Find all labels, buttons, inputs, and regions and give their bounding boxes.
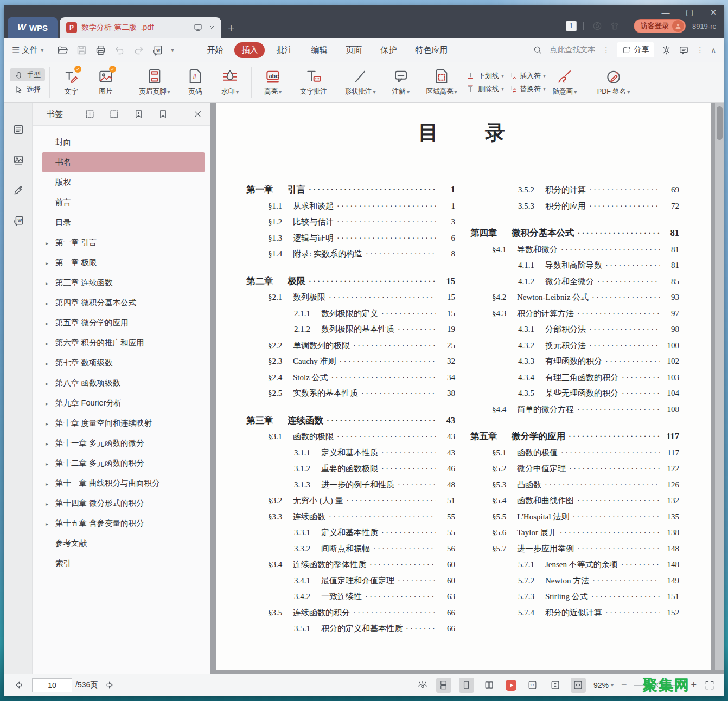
vertical-scrollbar[interactable] [715, 103, 724, 670]
menu-tab[interactable]: 开始 [200, 42, 230, 58]
page-number-button[interactable]: # 页码 [178, 66, 212, 99]
bookmark-item[interactable]: ▸第五章 微分学的应用 [42, 313, 205, 333]
header-footer-button[interactable]: 页眉页脚▾ [132, 66, 177, 99]
menu-tab[interactable]: 页面 [339, 42, 369, 58]
docer-plugin-icon[interactable] [592, 21, 603, 31]
fit-width-toggle[interactable] [571, 678, 586, 693]
menu-tab[interactable]: 特色应用 [408, 42, 455, 58]
bookmark-item[interactable]: ▸第十二章 多元函数的积分 [42, 453, 205, 473]
convert-to-word-icon[interactable]: W [152, 44, 163, 56]
single-page-toggle[interactable] [459, 678, 474, 693]
more-options-icon[interactable]: ⋮ [696, 46, 704, 54]
expander-icon[interactable]: ▸ [46, 480, 48, 486]
text-comment-button[interactable]: 文字批注 [291, 66, 336, 99]
bookmark-item[interactable]: ▸第六章 积分的推广和应用 [42, 333, 205, 353]
close-window-button[interactable]: ✕ [708, 8, 718, 17]
wps-home-tab[interactable]: W WPS [8, 17, 58, 38]
menu-tab[interactable]: 编辑 [304, 42, 334, 58]
menu-tab[interactable]: 批注 [269, 42, 299, 58]
bookmark-item[interactable]: ▸第十一章 多元函数的微分 [42, 433, 205, 453]
free-draw-button[interactable]: 随意画▾ [548, 66, 582, 99]
bookmark-item[interactable]: ▸第四章 微积分基本公式 [42, 293, 205, 313]
new-tab-button[interactable]: + [228, 22, 234, 38]
expander-icon[interactable]: ▸ [46, 300, 48, 306]
area-highlight-button[interactable]: 区域高亮▾ [419, 66, 464, 99]
continuous-scroll-toggle[interactable] [436, 678, 451, 693]
expander-icon[interactable]: ▸ [46, 340, 48, 346]
tab-count-badge[interactable]: 1 [566, 21, 577, 31]
highlight-button[interactable]: abc 高亮▾ [256, 66, 290, 99]
file-menu[interactable]: ☰ 文件 ▾ [12, 45, 43, 55]
skin-theme-icon[interactable] [609, 21, 620, 31]
thumbnail-panel-icon[interactable] [12, 154, 24, 166]
select-tool-button[interactable]: 选择 [10, 83, 45, 96]
bookmark-item[interactable]: 索引 [42, 554, 205, 574]
annotation-pen-icon[interactable] [12, 184, 24, 196]
prev-page-icon[interactable] [13, 679, 24, 691]
guest-login-button[interactable]: 访客登录 [634, 19, 686, 33]
add-bookmark-icon[interactable] [133, 109, 144, 119]
bookmark-item[interactable]: ▸第七章 数项级数 [42, 353, 205, 373]
export-word-icon[interactable]: W [12, 215, 24, 227]
fit-page-toggle[interactable] [548, 678, 563, 693]
share-button[interactable]: 分享 [617, 42, 654, 57]
present-monitor-icon[interactable] [193, 23, 203, 33]
underline-button[interactable]: 下划线▾ [467, 71, 504, 81]
expander-icon[interactable]: ▸ [46, 440, 48, 446]
expander-icon[interactable]: ▸ [46, 420, 48, 426]
bookmark-item[interactable]: ▸第九章 Fourier分析 [42, 393, 205, 413]
pdf-sign-button[interactable]: PDF 签名▾ [591, 66, 636, 99]
hand-tool-button[interactable]: 手型 [10, 68, 45, 81]
bookmark-item[interactable]: ▸第十五章 含参变量的积分 [42, 513, 205, 533]
document-tab[interactable]: P 数学分析 第二版_.pdf [60, 17, 221, 38]
print-icon[interactable] [95, 44, 106, 56]
outline-panel-icon[interactable] [12, 124, 24, 136]
bookmark-item[interactable]: 参考文献 [42, 533, 205, 554]
next-page-icon[interactable] [104, 679, 116, 691]
shape-comment-button[interactable]: 形状批注▾ [337, 66, 383, 99]
minimize-button[interactable]: — [661, 8, 670, 17]
expander-icon[interactable]: ▸ [46, 500, 48, 506]
chevron-down-icon[interactable]: ▾ [171, 47, 174, 53]
bookmark-item[interactable]: 目录 [42, 213, 205, 233]
replace-mark-button[interactable]: 替换符▾ [508, 84, 546, 94]
page-number-input[interactable] [32, 678, 72, 692]
watermark-button[interactable]: 水印▾ [213, 66, 247, 99]
bookmark-item[interactable]: ▸第三章 连续函数 [42, 273, 205, 293]
menu-tab[interactable]: 保护 [373, 42, 404, 58]
find-text-button[interactable]: 点此查找文本 [550, 45, 595, 55]
bookmark-item[interactable]: ▸第二章 极限 [42, 253, 205, 273]
comment-bubble-icon[interactable] [679, 45, 689, 55]
double-page-toggle[interactable] [482, 678, 497, 693]
expander-icon[interactable]: ▸ [46, 400, 48, 406]
text-edit-button[interactable]: ✓ 文字 [54, 66, 88, 99]
menu-tab[interactable]: 插入 [234, 42, 265, 58]
expander-icon[interactable]: ▸ [46, 360, 48, 366]
collapse-all-icon[interactable] [109, 109, 119, 119]
bookmark-item[interactable]: ▸第八章 函数项级数 [42, 373, 205, 393]
expander-icon[interactable]: ▸ [46, 260, 48, 266]
undo-icon[interactable] [114, 44, 125, 56]
redo-icon[interactable] [133, 44, 144, 56]
strikethrough-button[interactable]: 删除线▾ [467, 84, 504, 94]
expander-icon[interactable]: ▸ [46, 320, 48, 326]
bookmark-item[interactable]: 版权 [42, 172, 205, 192]
eye-protect-icon[interactable] [417, 679, 429, 691]
note-button[interactable]: 注解▾ [384, 66, 418, 99]
collapse-ribbon-icon[interactable]: ∧ [711, 46, 716, 54]
close-panel-icon[interactable] [193, 110, 202, 119]
bookmark-item[interactable]: ▸第十三章 曲线积分与曲面积分 [42, 473, 205, 493]
insert-image-button[interactable]: ✓ 图片 [89, 66, 123, 99]
save-icon[interactable] [76, 44, 87, 56]
tab-list-icon[interactable] [583, 22, 585, 30]
zoom-in-button[interactable]: + [691, 679, 697, 691]
bookmark-item[interactable]: ▸第十四章 微分形式的积分 [42, 493, 205, 513]
fullscreen-icon[interactable] [704, 680, 715, 691]
kebab-menu-icon[interactable]: ⋮ [602, 46, 610, 54]
zoom-out-button[interactable]: − [621, 679, 627, 691]
bookmark-item[interactable]: 书名 [42, 152, 205, 172]
scrollbar-thumb[interactable] [717, 106, 723, 140]
expander-icon[interactable]: ▸ [46, 460, 48, 466]
search-icon[interactable] [533, 45, 542, 55]
bookmark-item[interactable]: 封面 [42, 132, 205, 152]
